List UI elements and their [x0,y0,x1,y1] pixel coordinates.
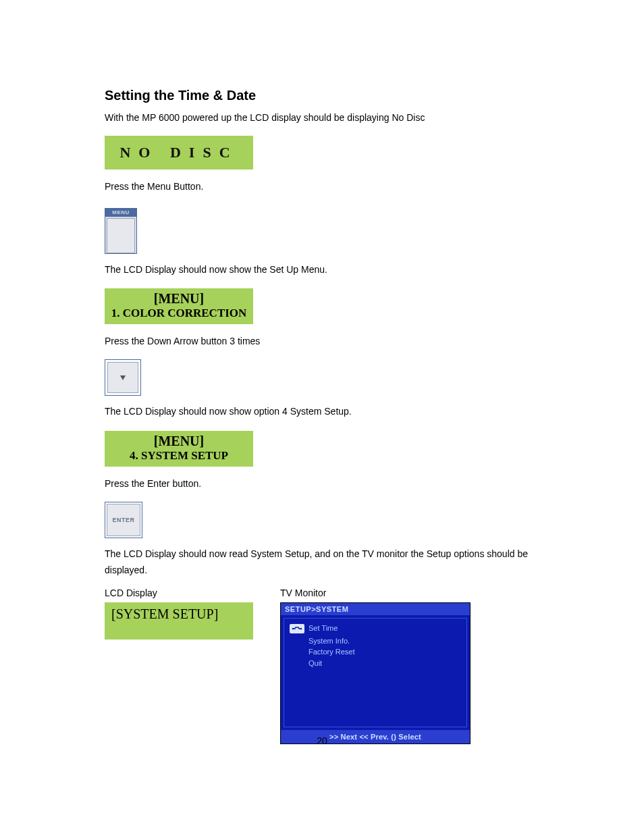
page-title: Setting the Time & Date [105,88,539,103]
enter-button-label: ENTER [107,504,140,536]
svg-marker-0 [120,375,126,380]
lcd-caption: LCD Display [105,588,253,598]
intro-text: With the MP 6000 powered up the LCD disp… [105,110,539,126]
lcd-menu2-line1: [MENU] [105,434,253,449]
enter-button-graphic: ENTER [105,502,142,538]
page-number: 20 [0,735,644,746]
lcd-system-setup: [SYSTEM SETUP] [105,602,253,640]
after-down-text: The LCD Display should now show option 4… [105,404,539,420]
tv-item-0: Set Time [308,623,338,634]
after-enter-text: The LCD Display should now read System S… [105,546,539,579]
tv-monitor: SETUP>SYSTEM Set Time System Info. Facto… [280,602,471,744]
press-enter-text: Press the Enter button. [105,476,539,492]
down-arrow-icon [119,373,127,382]
press-down-text: Press the Down Arrow button 3 times [105,334,539,350]
tv-header: SETUP>SYSTEM [281,603,470,615]
lcd-menu-color-correction: [MENU] 1. COLOR CORRECTION [105,288,253,324]
svg-point-2 [300,627,302,629]
tv-item-3: Quit [290,658,461,669]
tv-item-1: System Info. [290,635,461,647]
lcd-menu-system-setup: [MENU] 4. SYSTEM SETUP [105,431,253,467]
tv-body: Set Time System Info. Factory Reset Quit [284,618,467,727]
lcd-menu1-line2: 1. COLOR CORRECTION [105,307,253,320]
down-arrow-button-graphic [105,359,141,396]
menu-button-body [107,218,135,253]
lcd-menu2-line2: 4. SYSTEM SETUP [105,449,253,463]
lcd-menu1-line1: [MENU] [105,291,253,307]
lcd-system-line: [SYSTEM SETUP] [111,606,253,622]
press-menu-text: Press the Menu Button. [105,179,539,195]
tv-item-2: Factory Reset [290,646,461,658]
lcd-no-disc: NO DISC [105,136,253,170]
after-menu-text: The LCD Display should now show the Set … [105,262,539,278]
svg-point-1 [292,627,294,629]
tv-caption: TV Monitor [280,588,471,598]
menu-button-graphic: MENU [105,208,137,254]
menu-button-cap: MENU [105,209,136,217]
tool-icon [290,624,304,633]
